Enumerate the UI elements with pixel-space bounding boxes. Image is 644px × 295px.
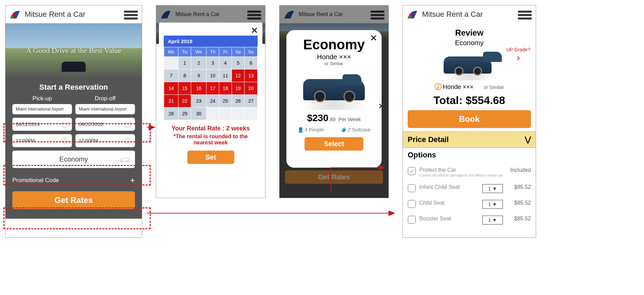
- set-button[interactable]: Set: [187, 151, 234, 164]
- calendar-modal: ✕ April 2019 MoTuWeThFrSaSu1234567891011…: [159, 23, 262, 191]
- calendar-day[interactable]: 8: [178, 69, 191, 82]
- screen-review: Mitsue Rent a Car Review Economy UP Grad…: [402, 5, 536, 238]
- calendar-day[interactable]: [232, 107, 245, 120]
- dropoff-date-input[interactable]: 04/22/2019: [75, 118, 135, 131]
- calendar-day[interactable]: 21: [164, 95, 178, 107]
- car-image: [296, 69, 372, 110]
- calendar-day[interactable]: 20: [245, 82, 258, 95]
- info-icon[interactable]: i: [435, 83, 442, 90]
- calendar-day[interactable]: [207, 107, 219, 120]
- review-class: Economy: [408, 39, 531, 47]
- reservation-title: Start a Reservation: [12, 83, 135, 92]
- pickup-label: Pick-up: [12, 95, 72, 102]
- book-button[interactable]: Book: [408, 110, 531, 128]
- pickup-date-input[interactable]: 04/12/2019: [12, 118, 72, 131]
- quantity-select[interactable]: 1 ▼: [482, 216, 503, 225]
- calendar-day[interactable]: 2: [191, 57, 207, 69]
- clock-icon: [61, 137, 69, 144]
- calendar-day[interactable]: 27: [245, 95, 258, 107]
- calendar-day[interactable]: 18: [219, 82, 232, 95]
- calendar-day[interactable]: 4: [219, 57, 232, 69]
- calendar-icon: [124, 120, 132, 128]
- calendar-day[interactable]: 14: [164, 82, 178, 95]
- calendar-day[interactable]: [219, 107, 232, 120]
- calendar-day[interactable]: [164, 57, 178, 69]
- car-image: [440, 50, 498, 80]
- get-rates-button[interactable]: Get Rates: [12, 191, 135, 209]
- options-section: Options ✓ Protect the CarCovers all vehi…: [403, 148, 536, 231]
- calendar-day[interactable]: 23: [191, 95, 207, 107]
- dropoff-location-input[interactable]: Miami International Airport: [75, 104, 135, 114]
- calendar-month: April 2019: [164, 36, 258, 47]
- calendar-day[interactable]: 15: [178, 82, 191, 95]
- get-rates-button[interactable]: Get Rates: [285, 170, 383, 184]
- option-label: Child Seat: [419, 200, 479, 206]
- calendar-day[interactable]: 5: [232, 57, 245, 69]
- svg-rect-3: [125, 122, 131, 127]
- dropoff-time-input[interactable]: 12:00PM: [75, 134, 135, 147]
- calendar-day[interactable]: 17: [207, 82, 219, 95]
- car-class-select[interactable]: Economy: [12, 151, 135, 168]
- screen-car-select: Mitsue Rent a Car Get Rates ✕ Economy Ho…: [279, 5, 389, 198]
- calendar-day[interactable]: 26: [232, 95, 245, 107]
- select-car-button[interactable]: Select: [305, 137, 363, 151]
- car-class-title: Economy: [292, 37, 376, 52]
- option-price: $85.52: [506, 216, 531, 222]
- options-title: Options: [408, 151, 531, 159]
- calendar-day[interactable]: 9: [191, 69, 207, 82]
- car-similar: or Similar: [292, 61, 376, 66]
- option-price: $85.52: [506, 200, 531, 206]
- checkbox[interactable]: [408, 200, 416, 208]
- calendar-day[interactable]: 25: [219, 95, 232, 107]
- screen-reservation: Mitsue Rent a Car A Good Drive at the Be…: [5, 5, 142, 238]
- calendar-day[interactable]: 29: [178, 107, 191, 120]
- calendar-day[interactable]: 6: [245, 57, 258, 69]
- checkbox[interactable]: ✓: [408, 167, 416, 175]
- pickup-time-input[interactable]: 12:00PM: [12, 134, 72, 147]
- review-title: Review: [408, 28, 531, 38]
- price-detail-toggle[interactable]: Price Detail⋁: [403, 131, 536, 148]
- pickup-location-input[interactable]: Miami International Airport: [12, 104, 72, 114]
- option-label: Protect the CarCovers all vehicle damage…: [419, 167, 503, 177]
- plus-icon: +: [130, 176, 135, 185]
- option-row: Booster Seat 1 ▼ $85.52: [408, 212, 531, 228]
- review-section: Review Economy UP Grade?› iHonde ××× or …: [403, 23, 536, 131]
- close-icon[interactable]: ✕: [251, 25, 258, 36]
- calendar-day[interactable]: 3: [207, 57, 219, 69]
- upgrade-link[interactable]: UP Grade?›: [506, 47, 530, 63]
- people-capacity: 👤 4 People: [298, 127, 324, 132]
- svg-rect-0: [62, 122, 68, 127]
- option-price: Included: [506, 167, 531, 173]
- menu-icon[interactable]: [124, 9, 138, 20]
- calendar-day[interactable]: 24: [207, 95, 219, 107]
- calendar-day[interactable]: [245, 107, 258, 120]
- logo: [10, 8, 22, 21]
- calendar-day[interactable]: 11: [219, 69, 232, 82]
- calendar-day[interactable]: 1: [178, 57, 191, 69]
- calendar-day[interactable]: 19: [232, 82, 245, 95]
- rate-note: *The rental is rounded to the nearest we…: [164, 133, 258, 146]
- close-icon[interactable]: ✕: [370, 33, 377, 43]
- calendar-day[interactable]: 30: [191, 107, 207, 120]
- checkbox[interactable]: [408, 216, 416, 224]
- car-model: Honde ×××: [292, 53, 376, 61]
- calendar-day[interactable]: 10: [207, 69, 219, 82]
- calendar-day[interactable]: 16: [191, 82, 207, 95]
- quantity-select[interactable]: 1 ▼: [482, 184, 503, 193]
- promo-code-row[interactable]: Promotional Code+: [12, 171, 135, 191]
- menu-icon[interactable]: [518, 9, 532, 20]
- calendar-day[interactable]: 22: [178, 95, 191, 107]
- calendar-day[interactable]: 28: [164, 107, 178, 120]
- calendar-day[interactable]: 7: [164, 69, 178, 82]
- dropoff-label: Drop-off: [75, 95, 135, 102]
- calendar-day[interactable]: 13: [245, 69, 258, 82]
- option-row: Infant Child Seat 1 ▼ $85.52: [408, 181, 531, 196]
- next-car-icon[interactable]: ›: [379, 99, 382, 112]
- quantity-select[interactable]: 1 ▼: [482, 200, 503, 209]
- car-card: ✕ Economy Honde ××× or Similar › $230.89…: [286, 30, 382, 168]
- calendar-day[interactable]: 12: [232, 69, 245, 82]
- checkbox[interactable]: [408, 184, 416, 192]
- option-row: Child Seat 1 ▼ $85.52: [408, 196, 531, 212]
- option-row: ✓ Protect the CarCovers all vehicle dama…: [408, 164, 531, 181]
- calendar-grid[interactable]: MoTuWeThFrSaSu12345678910111213141516171…: [164, 47, 258, 120]
